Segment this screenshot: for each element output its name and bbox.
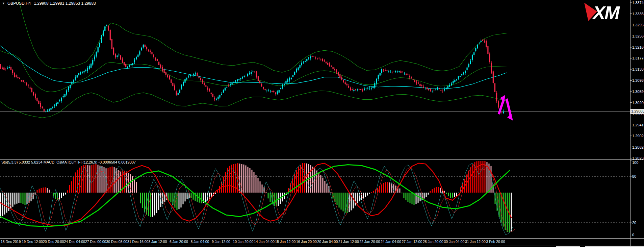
osma-bar	[268, 193, 269, 198]
osma-bar	[33, 193, 34, 199]
candle-body	[401, 71, 402, 73]
candle-body	[385, 70, 386, 71]
candle-body	[40, 103, 41, 107]
osma-bar	[104, 167, 105, 193]
x-axis-label: 31 Dec 16:00	[127, 240, 148, 244]
candle-body	[386, 70, 387, 71]
osma-bar	[454, 193, 455, 197]
x-axis-label: 30 Dec 08:00	[106, 240, 127, 244]
candle-body	[209, 89, 210, 92]
y-axis-label: 1.30200	[632, 101, 644, 105]
candle-body	[145, 45, 146, 47]
candle-body	[57, 102, 58, 104]
osma-bar	[171, 193, 172, 202]
candle-body	[99, 43, 100, 47]
osma-bar	[144, 193, 145, 212]
candle-body	[66, 90, 67, 94]
candle-body	[50, 108, 51, 110]
candle-body	[352, 89, 353, 90]
osma-bar	[511, 193, 512, 231]
x-axis-label: 14 Jan 04:00	[254, 240, 275, 244]
osma-bar	[254, 172, 255, 193]
osma-bar	[110, 167, 111, 193]
osma-bar	[61, 193, 62, 198]
logo-text: XM	[592, 2, 620, 22]
trend-arrow-annotation[interactable]	[499, 95, 513, 121]
x-axis-label: 31 Jan 12:00	[465, 240, 486, 244]
candle-body	[341, 77, 342, 80]
candle-body	[439, 88, 440, 89]
candle-body	[136, 57, 137, 59]
candle-body	[199, 77, 200, 78]
candle-body	[98, 47, 99, 53]
macd-signal-line	[0, 165, 510, 226]
candle-body	[207, 88, 208, 90]
chevron-down-icon[interactable]: ▼	[2, 2, 5, 5]
candle-body	[235, 80, 236, 81]
candle-body	[383, 69, 384, 70]
candle-body	[17, 77, 18, 78]
candle-body	[270, 91, 271, 91]
chart-canvas[interactable]	[0, 0, 644, 247]
osma-bar	[227, 168, 228, 193]
osma-bar	[412, 193, 413, 204]
candle-body	[465, 71, 466, 73]
osma-bar	[331, 192, 332, 193]
candle-body	[134, 59, 135, 62]
candle-body	[357, 89, 358, 90]
candle-body	[303, 62, 304, 63]
osma-bar	[436, 187, 437, 193]
candle-body	[205, 85, 206, 87]
indicator-level-label: 100	[632, 160, 638, 165]
candle-body	[367, 88, 368, 89]
osma-bar	[404, 193, 405, 198]
candle-body	[30, 88, 31, 89]
osma-bar	[262, 184, 263, 193]
candle-body	[308, 57, 309, 59]
candle-body	[359, 89, 360, 90]
y-axis-label: 1.33740	[632, 1, 644, 5]
x-axis-label: 27 Jan 12:00	[402, 240, 422, 244]
candle-body	[252, 71, 253, 71]
candle-body	[266, 91, 267, 91]
candle-body	[458, 76, 459, 79]
candle-body	[339, 74, 340, 78]
osma-bar	[256, 175, 257, 193]
candle-body	[364, 89, 365, 90]
arrow-stroke	[507, 99, 511, 116]
osma-bar	[63, 193, 64, 196]
candle-body	[190, 75, 191, 76]
osma-bar	[458, 193, 459, 193]
osma-bar	[312, 167, 313, 193]
x-axis-label: 27 Dec 00:00	[85, 240, 106, 244]
candle-body	[449, 85, 450, 87]
osma-bar	[472, 164, 473, 193]
candle-body	[287, 79, 288, 82]
x-axis-label: 28 Jan 20:00	[423, 240, 443, 244]
osma-bar	[343, 193, 344, 212]
candle-body	[184, 79, 185, 83]
osma-bar	[432, 189, 433, 193]
candle-body	[163, 69, 164, 73]
candle-body	[77, 75, 78, 77]
candle-body	[169, 76, 170, 79]
y-axis-label: 1.31380	[632, 67, 644, 71]
candle-body	[219, 95, 220, 98]
osma-bar	[406, 193, 407, 200]
candle-body	[491, 63, 492, 73]
candle-body	[395, 71, 396, 72]
candle-body	[59, 100, 60, 101]
candle-body	[310, 56, 311, 58]
candle-body	[374, 83, 375, 88]
y-axis-label: 1.28620	[632, 145, 644, 149]
candle-body	[179, 90, 180, 93]
candle-body	[249, 73, 250, 74]
candle-body	[486, 41, 487, 47]
macd-line	[0, 163, 512, 226]
osma-bar	[246, 166, 247, 193]
osma-bar	[225, 172, 226, 193]
candle-body	[393, 72, 394, 72]
candle-body	[94, 56, 95, 59]
candle-body	[181, 85, 182, 89]
candle-body	[19, 78, 20, 79]
